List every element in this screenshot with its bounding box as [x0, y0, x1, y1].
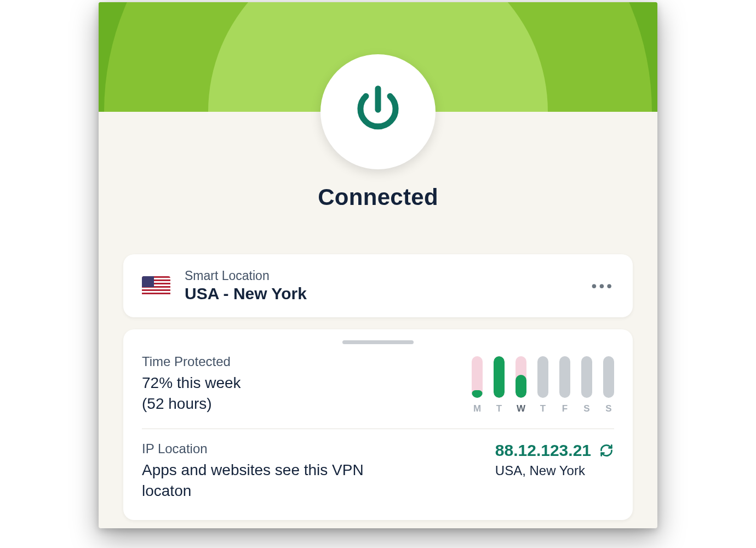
usa-flag-icon	[142, 276, 170, 296]
refresh-icon	[599, 443, 614, 458]
ip-geo-location: USA, New York	[495, 463, 614, 478]
drag-handle[interactable]	[342, 340, 414, 344]
time-protected-summary: 72% this week (52 hours)	[142, 373, 455, 414]
divider	[142, 429, 614, 429]
connection-status: Connected	[99, 184, 657, 210]
ip-location-description: Apps and websites see this VPN locaton	[142, 460, 377, 501]
location-eyebrow: Smart Location	[185, 269, 307, 283]
location-text: Smart Location USA - New York	[185, 269, 307, 303]
weekday-bar: W	[516, 356, 526, 414]
weekday-bar: M	[472, 356, 483, 414]
ip-address: 88.12.123.21	[495, 441, 591, 460]
time-protected-label: Time Protected	[142, 354, 455, 369]
connect-toggle-button[interactable]	[320, 54, 436, 169]
location-name: USA - New York	[185, 284, 307, 303]
location-more-button[interactable]: •••	[592, 282, 614, 290]
weekday-bar: T	[494, 356, 505, 414]
vpn-app-window: Connected Smart Location USA - New York …	[99, 2, 657, 528]
power-icon	[348, 81, 408, 143]
weekday-bar: S	[603, 356, 614, 414]
ip-location-label: IP Location	[142, 441, 479, 456]
weekday-bar: S	[581, 356, 592, 414]
weekday-bar: T	[537, 356, 548, 414]
refresh-ip-button[interactable]	[599, 443, 614, 458]
location-card[interactable]: Smart Location USA - New York •••	[123, 254, 633, 317]
details-card: Time Protected 72% this week (52 hours) …	[123, 329, 633, 520]
weekday-bar: F	[559, 356, 570, 414]
weekly-protection-chart: MTWTFSS	[472, 354, 614, 414]
